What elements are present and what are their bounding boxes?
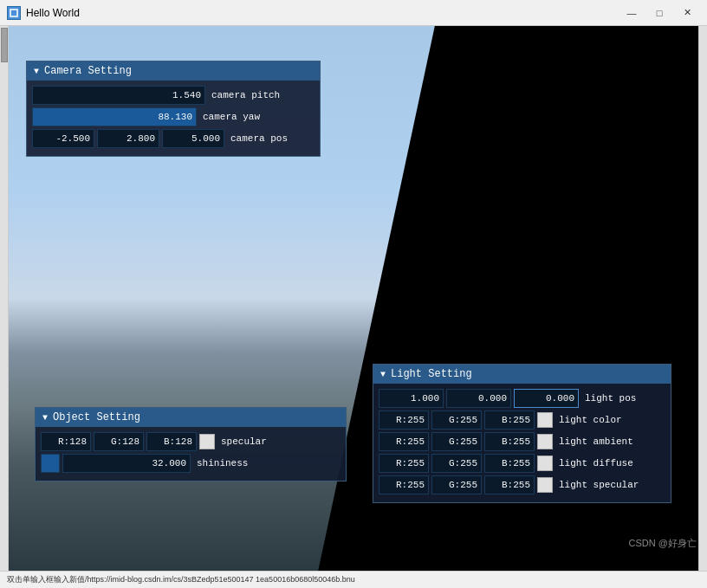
light-panel-header[interactable]: ▼ Light Setting <box>373 365 671 384</box>
light-ambient-row: light ambient <box>379 432 665 451</box>
minimize-button[interactable]: — <box>619 4 645 22</box>
camera-pos-x-input[interactable] <box>32 129 94 148</box>
light-panel: ▼ Light Setting light pos light color <box>373 364 671 503</box>
light-specular-swatch[interactable] <box>537 477 553 493</box>
camera-yaw-row: camera yaw <box>32 107 315 126</box>
object-panel-content: specular shininess <box>36 427 346 481</box>
light-diffuse-swatch[interactable] <box>537 456 553 471</box>
light-diffuse-b-input[interactable] <box>484 454 535 473</box>
light-ambient-b-input[interactable] <box>484 432 535 451</box>
camera-pos-y-input[interactable] <box>97 129 159 148</box>
camera-pitch-row: camera pitch <box>32 86 315 105</box>
camera-pitch-label: camera pitch <box>208 90 280 100</box>
light-diffuse-g-input[interactable] <box>431 454 482 473</box>
shininess-bar <box>41 454 60 473</box>
specular-g-input[interactable] <box>94 432 144 451</box>
light-color-b-input[interactable] <box>484 410 535 430</box>
camera-collapse-icon: ▼ <box>34 67 39 76</box>
object-panel: ▼ Object Setting specular shininess <box>35 407 347 481</box>
object-panel-title: Object Setting <box>53 411 140 423</box>
camera-pitch-input[interactable] <box>32 86 205 105</box>
right-scrollbar[interactable] <box>698 26 707 571</box>
light-pos-z-input[interactable] <box>514 389 579 408</box>
light-panel-title: Light Setting <box>391 368 472 380</box>
light-specular-r-input[interactable] <box>379 475 429 494</box>
shininess-row: shininess <box>41 454 341 473</box>
camera-panel-content: camera pitch camera yaw camera pos <box>27 81 320 156</box>
status-url: 双击单输入框输入新值/https://imid-blog.csdn.im/cs/… <box>7 574 355 585</box>
light-ambient-r-input[interactable] <box>379 432 429 451</box>
camera-panel-header[interactable]: ▼ Camera Setting <box>27 61 320 81</box>
scrollbar-thumb[interactable] <box>1 28 8 62</box>
light-panel-content: light pos light color light ambient <box>373 384 671 502</box>
specular-r-input[interactable] <box>41 432 91 451</box>
specular-b-input[interactable] <box>146 432 197 451</box>
light-color-label: light color <box>555 415 622 425</box>
light-pos-label: light pos <box>581 393 636 404</box>
light-specular-g-input[interactable] <box>431 475 482 494</box>
window-controls: — □ ✕ <box>619 4 700 22</box>
light-specular-label: light specular <box>555 480 639 490</box>
camera-panel: ▼ Camera Setting camera pitch camera yaw… <box>26 61 321 157</box>
camera-pos-label: camera pos <box>227 133 288 144</box>
viewport: ▼ Camera Setting camera pitch camera yaw… <box>0 26 707 571</box>
light-pos-x-input[interactable] <box>379 389 444 408</box>
light-pos-y-input[interactable] <box>446 389 511 408</box>
light-diffuse-r-input[interactable] <box>379 454 429 473</box>
shininess-input[interactable] <box>62 454 191 473</box>
light-collapse-icon: ▼ <box>380 370 386 379</box>
camera-yaw-label: camera yaw <box>199 112 260 122</box>
light-color-r-input[interactable] <box>379 410 429 430</box>
camera-pos-row: camera pos <box>32 129 315 148</box>
camera-yaw-input[interactable] <box>32 107 197 126</box>
light-color-row: light color <box>379 410 665 430</box>
title-bar: Hello World — □ ✕ <box>0 0 707 26</box>
light-specular-row: light specular <box>379 475 665 494</box>
specular-color-swatch[interactable] <box>199 434 215 449</box>
close-button[interactable]: ✕ <box>674 4 700 22</box>
light-ambient-g-input[interactable] <box>431 432 482 451</box>
object-panel-header[interactable]: ▼ Object Setting <box>36 408 346 427</box>
camera-pos-z-input[interactable] <box>162 129 224 148</box>
specular-label: specular <box>217 436 267 447</box>
light-color-swatch[interactable] <box>537 412 553 428</box>
camera-panel-title: Camera Setting <box>44 65 132 77</box>
shininess-label: shininess <box>193 458 248 468</box>
light-pos-row: light pos <box>379 389 665 408</box>
watermark: CSDN @好身亡 <box>629 537 697 550</box>
object-collapse-icon: ▼ <box>42 413 48 423</box>
light-color-g-input[interactable] <box>431 410 482 430</box>
status-bar: 双击单输入框输入新值/https://imid-blog.csdn.im/cs/… <box>0 571 707 588</box>
light-diffuse-row: light diffuse <box>379 454 665 473</box>
light-ambient-swatch[interactable] <box>537 434 553 449</box>
light-specular-b-input[interactable] <box>484 475 535 494</box>
window-title: Hello World <box>26 7 619 19</box>
light-ambient-label: light ambient <box>555 436 633 447</box>
left-scrollbar[interactable] <box>0 26 9 571</box>
maximize-button[interactable]: □ <box>646 4 672 22</box>
light-diffuse-label: light diffuse <box>555 458 633 468</box>
specular-row: specular <box>41 432 341 451</box>
app-icon <box>7 6 21 20</box>
